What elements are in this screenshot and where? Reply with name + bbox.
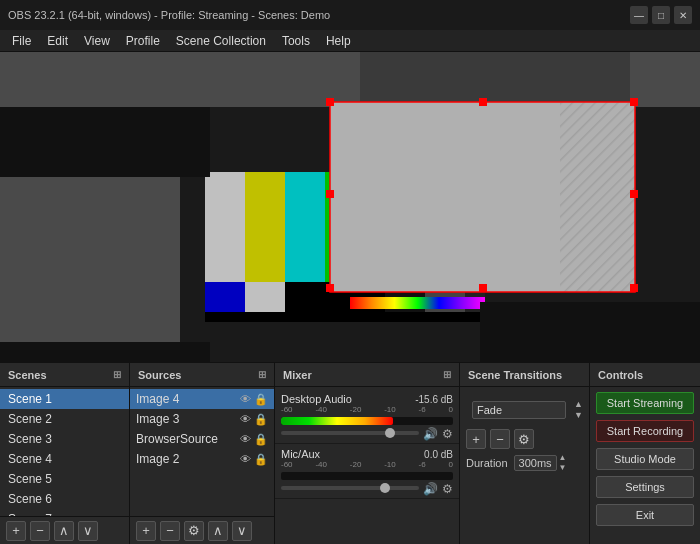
mixer-panel-title: Mixer — [283, 369, 312, 381]
sources-panel: Sources ⊞ Image 4 👁 🔒 Image 3 👁 🔒 Browse… — [130, 363, 275, 544]
scene-item-7[interactable]: Scene 7 — [0, 509, 129, 516]
source-eye-icon-image2[interactable]: 👁 — [240, 453, 251, 465]
duration-value[interactable]: 300ms — [514, 455, 557, 471]
move-scene-up-button[interactable]: ∧ — [54, 521, 74, 541]
desktop-audio-settings-button[interactable]: ⚙ — [442, 427, 453, 441]
menu-help[interactable]: Help — [318, 32, 359, 50]
close-button[interactable]: ✕ — [674, 6, 692, 24]
svg-rect-21 — [560, 102, 635, 292]
desktop-audio-label: Desktop Audio — [281, 393, 352, 405]
source-item-image3[interactable]: Image 3 👁 🔒 — [130, 409, 274, 429]
scenes-footer: + − ∧ ∨ — [0, 516, 129, 544]
start-recording-button[interactable]: Start Recording — [596, 420, 694, 442]
scene-item-3[interactable]: Scene 3 — [0, 429, 129, 449]
sources-panel-title: Sources — [138, 369, 181, 381]
mic-aux-settings-button[interactable]: ⚙ — [442, 482, 453, 496]
mic-aux-channel: Mic/Aux 0.0 dB -60 -40 -20 -10 -6 0 — [275, 444, 459, 499]
remove-scene-button[interactable]: − — [30, 521, 50, 541]
sources-footer: + − ⚙ ∧ ∨ — [130, 516, 274, 544]
source-name-image2: Image 2 — [136, 452, 179, 466]
scene-item-6[interactable]: Scene 6 — [0, 489, 129, 509]
svg-rect-29 — [479, 284, 487, 292]
mic-aux-meter — [281, 472, 453, 480]
start-streaming-button[interactable]: Start Streaming — [596, 392, 694, 414]
svg-rect-25 — [630, 98, 638, 106]
transition-settings-button[interactable]: ⚙ — [514, 429, 534, 449]
maximize-button[interactable]: □ — [652, 6, 670, 24]
source-settings-button[interactable]: ⚙ — [184, 521, 204, 541]
controls-content: Start Streaming Start Recording Studio M… — [590, 387, 700, 544]
mic-aux-slider[interactable] — [281, 486, 419, 490]
duration-label: Duration — [466, 457, 508, 469]
menu-view[interactable]: View — [76, 32, 118, 50]
source-item-image4[interactable]: Image 4 👁 🔒 — [130, 389, 274, 409]
add-transition-button[interactable]: + — [466, 429, 486, 449]
svg-rect-32 — [480, 302, 700, 362]
scene-item-4[interactable]: Scene 4 — [0, 449, 129, 469]
source-lock-icon-image3[interactable]: 🔒 — [254, 413, 268, 426]
studio-mode-button[interactable]: Studio Mode — [596, 448, 694, 470]
mic-aux-mute-button[interactable]: 🔊 — [423, 482, 438, 496]
window-controls: — □ ✕ — [630, 6, 692, 24]
sources-panel-header: Sources ⊞ — [130, 363, 274, 387]
mixer-expand-icon[interactable]: ⊞ — [443, 369, 451, 380]
source-lock-icon-browsersource[interactable]: 🔒 — [254, 433, 268, 446]
transition-type-up[interactable]: ▲ — [574, 399, 583, 410]
add-source-button[interactable]: + — [136, 521, 156, 541]
source-item-image2[interactable]: Image 2 👁 🔒 — [130, 449, 274, 469]
desktop-audio-header: Desktop Audio -15.6 dB — [281, 393, 453, 405]
move-source-down-button[interactable]: ∨ — [232, 521, 252, 541]
exit-button[interactable]: Exit — [596, 504, 694, 526]
source-icons-image2: 👁 🔒 — [240, 453, 268, 466]
menu-profile[interactable]: Profile — [118, 32, 168, 50]
svg-rect-18 — [350, 297, 485, 309]
scenes-expand-icon[interactable]: ⊞ — [113, 369, 121, 380]
duration-up[interactable]: ▲ — [559, 453, 567, 463]
svg-rect-33 — [0, 342, 210, 362]
mixer-panel: Mixer ⊞ Desktop Audio -15.6 dB -60 -40 -… — [275, 363, 460, 544]
menu-file[interactable]: File — [4, 32, 39, 50]
menu-edit[interactable]: Edit — [39, 32, 76, 50]
transition-add-remove: + − ⚙ — [460, 429, 589, 449]
scenes-panel-title: Scenes — [8, 369, 47, 381]
source-name-image3: Image 3 — [136, 412, 179, 426]
preview-canvas — [0, 52, 700, 362]
source-eye-icon-browsersource[interactable]: 👁 — [240, 433, 251, 445]
sources-list: Image 4 👁 🔒 Image 3 👁 🔒 BrowserSource 👁 … — [130, 387, 274, 516]
sources-expand-icon[interactable]: ⊞ — [258, 369, 266, 380]
duration-down[interactable]: ▼ — [559, 463, 567, 473]
settings-button[interactable]: Settings — [596, 476, 694, 498]
menu-scene-collection[interactable]: Scene Collection — [168, 32, 274, 50]
desktop-audio-mute-button[interactable]: 🔊 — [423, 427, 438, 441]
source-eye-icon-image3[interactable]: 👁 — [240, 413, 251, 425]
minimize-button[interactable]: — — [630, 6, 648, 24]
controls-panel-title: Controls — [598, 369, 643, 381]
menu-tools[interactable]: Tools — [274, 32, 318, 50]
svg-rect-6 — [285, 172, 325, 282]
svg-rect-12 — [245, 282, 285, 312]
bottom-panels: Scenes ⊞ Scene 1 Scene 2 Scene 3 Scene 4… — [0, 362, 700, 544]
remove-source-button[interactable]: − — [160, 521, 180, 541]
source-item-browsersource[interactable]: BrowserSource 👁 🔒 — [130, 429, 274, 449]
desktop-audio-thumb[interactable] — [385, 428, 395, 438]
move-scene-down-button[interactable]: ∨ — [78, 521, 98, 541]
svg-rect-27 — [630, 190, 638, 198]
move-source-up-button[interactable]: ∧ — [208, 521, 228, 541]
source-lock-icon-image2[interactable]: 🔒 — [254, 453, 268, 466]
scenes-panel-header: Scenes ⊞ — [0, 363, 129, 387]
transition-type-down[interactable]: ▼ — [574, 410, 583, 421]
source-eye-icon-image4[interactable]: 👁 — [240, 393, 251, 405]
menubar: File Edit View Profile Scene Collection … — [0, 30, 700, 52]
add-scene-button[interactable]: + — [6, 521, 26, 541]
scene-item-5[interactable]: Scene 5 — [0, 469, 129, 489]
desktop-audio-slider[interactable] — [281, 431, 419, 435]
remove-transition-button[interactable]: − — [490, 429, 510, 449]
controls-panel: Controls Start Streaming Start Recording… — [590, 363, 700, 544]
source-lock-icon-image4[interactable]: 🔒 — [254, 393, 268, 406]
scene-item-1[interactable]: Scene 1 — [0, 389, 129, 409]
source-name-browsersource: BrowserSource — [136, 432, 218, 446]
mic-aux-thumb[interactable] — [380, 483, 390, 493]
controls-panel-header: Controls — [590, 363, 700, 387]
scene-item-2[interactable]: Scene 2 — [0, 409, 129, 429]
transition-select[interactable]: Fade Cut — [472, 401, 566, 419]
